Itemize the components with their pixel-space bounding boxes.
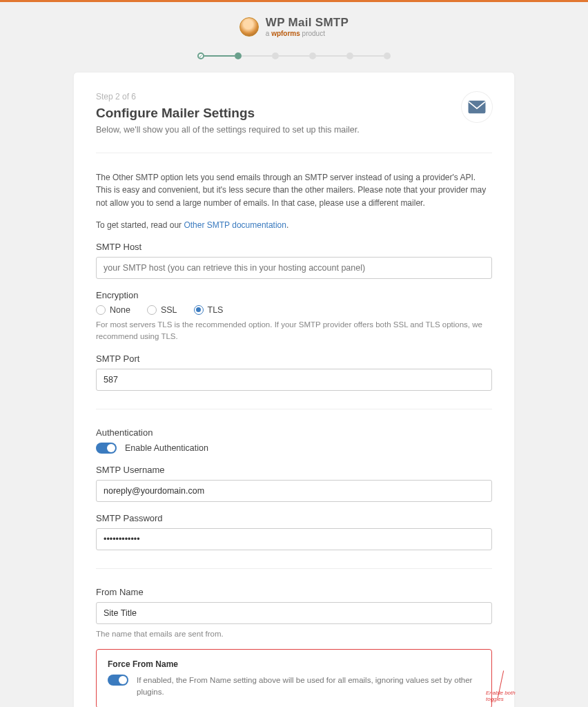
- step-line: [242, 55, 272, 57]
- encryption-none-label: None: [110, 305, 130, 315]
- force-from-name-desc: If enabled, the From Name setting above …: [137, 675, 480, 699]
- separator: [96, 568, 492, 569]
- from-name-hint: The name that emails are sent from.: [96, 628, 492, 640]
- smtp-port-label: SMTP Port: [96, 354, 492, 364]
- encryption-label: Encryption: [96, 290, 492, 300]
- from-name-input[interactable]: [96, 602, 492, 624]
- app-subtitle: a wpforms product: [266, 30, 349, 37]
- encryption-tls-radio[interactable]: TLS: [194, 305, 224, 315]
- page-subtitle: Below, we'll show you all of the setting…: [96, 125, 360, 135]
- authentication-label: Authentication: [96, 427, 492, 438]
- step-line: [279, 55, 309, 57]
- encryption-hint: For most servers TLS is the recommended …: [96, 319, 492, 343]
- smtp-username-label: SMTP Username: [96, 465, 492, 475]
- header: WP Mail SMTP a wpforms product: [73, 16, 515, 39]
- intro-paragraph: The Other SMTP option lets you send emai…: [96, 171, 492, 210]
- step-label: Step 2 of 6: [96, 92, 360, 101]
- logo-icon: [239, 17, 259, 37]
- smtp-host-input[interactable]: [96, 257, 492, 279]
- smtp-host-label: SMTP Host: [96, 242, 492, 252]
- annotation-text: Enable both toggles: [486, 690, 527, 702]
- separator: [96, 153, 492, 153]
- step-line: [353, 55, 384, 57]
- encryption-ssl-radio[interactable]: SSL: [147, 305, 177, 315]
- annotation-line: [498, 670, 504, 697]
- smtp-port-input[interactable]: [96, 369, 492, 391]
- step-3-dot: [272, 52, 279, 59]
- from-name-label: From Name: [96, 587, 492, 597]
- encryption-none-radio[interactable]: None: [96, 305, 130, 315]
- step-2-dot: [235, 52, 242, 59]
- enable-authentication-label: Enable Authentication: [125, 443, 208, 453]
- step-4-dot: [309, 52, 316, 59]
- smtp-password-label: SMTP Password: [96, 513, 492, 523]
- smtp-username-input[interactable]: [96, 480, 492, 502]
- stepper: [73, 52, 515, 59]
- envelope-icon: [468, 100, 486, 114]
- step-5-dot: [346, 52, 353, 59]
- doc-link[interactable]: Other SMTP documentation: [184, 220, 286, 230]
- svg-rect-0: [469, 100, 486, 113]
- page-title: Configure Mailer Settings: [96, 106, 360, 121]
- smtp-password-input[interactable]: [96, 528, 492, 550]
- intro-doc-line: To get started, read our Other SMTP docu…: [96, 219, 492, 232]
- wizard-card: Step 2 of 6 Configure Mailer Settings Be…: [73, 72, 515, 708]
- enable-authentication-toggle[interactable]: [96, 443, 117, 454]
- step-line: [204, 55, 235, 57]
- step-1-dot: [197, 52, 204, 59]
- force-from-name-toggle[interactable]: [108, 675, 128, 686]
- encryption-ssl-label: SSL: [161, 305, 177, 315]
- step-6-dot: [384, 52, 391, 59]
- force-from-name-title: Force From Name: [108, 659, 480, 669]
- app-title: WP Mail SMTP: [266, 16, 349, 30]
- separator: [96, 409, 492, 409]
- encryption-tls-label: TLS: [208, 305, 224, 315]
- step-line: [316, 55, 346, 57]
- mailer-icon: [462, 92, 492, 122]
- force-from-name-box: Force From Name If enabled, the From Nam…: [96, 649, 492, 707]
